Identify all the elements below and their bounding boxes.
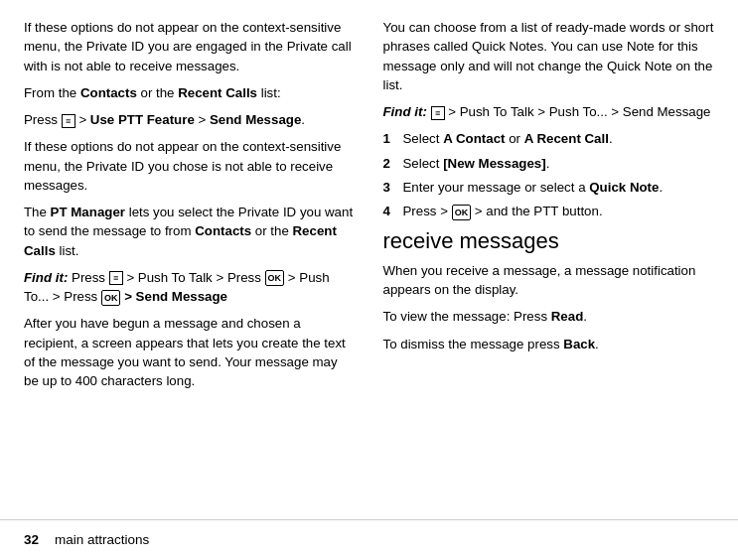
ok-icon-3: OK [452,205,472,220]
left-para6: After you have begun a message and chose… [24,314,356,390]
list-content-1: Select A Contact or A Recent Call. [403,129,715,148]
left-findit-push: > Push To Talk > Press [123,270,265,285]
right-view-bold: Read [551,309,584,324]
section-title: main attractions [55,530,149,550]
list-content-2: Select [New Messages]. [403,154,715,173]
left-para5-or: or the [251,223,292,238]
left-para3-use: > Use PTT Feature > Send Message. [75,112,305,127]
left-para5: The PT Manager lets you select the Priva… [24,203,356,260]
page-number: 32 [24,530,39,550]
list-num-2: 2 [383,154,403,173]
right-findit: Find it: ≡ > Push To Talk > Push To... >… [383,102,715,121]
left-para3: Press ≡ > Use PTT Feature > Send Message… [24,110,356,129]
left-findit-send: > Send Message [120,289,227,304]
list-2-bold1: [New Messages] [443,156,545,171]
menu-icon-2: ≡ [109,271,123,285]
page-container: If these options do not appear on the co… [0,0,738,560]
right-dismiss-suffix: . [595,337,599,351]
right-column: You can choose from a list of ready-made… [383,18,715,509]
menu-icon-3: ≡ [431,106,445,120]
left-para2-from: From the [24,85,80,100]
menu-icon-1: ≡ [62,114,75,128]
left-para2: From the Contacts or the Recent Calls li… [24,83,356,102]
list-1-bold2: A Recent Call [524,131,609,146]
right-dismiss-bold: Back [563,337,595,351]
left-para5-ptmgr: PT Manager [51,205,125,219]
left-column: If these options do not appear on the co… [24,18,356,509]
right-intro: You can choose from a list of ready-made… [383,18,715,94]
left-para1: If these options do not appear on the co… [24,18,356,75]
ok-icon-2: OK [101,290,121,306]
left-findit-press: Press [68,270,108,285]
right-dismiss-para: To dismiss the message press Back. [383,335,715,353]
list-num-1: 1 [383,129,403,148]
left-para2-contacts: Contacts [80,85,137,100]
list-3-bold1: Quick Note [589,180,659,195]
content-area: If these options do not appear on the co… [0,18,738,509]
right-dismiss-prefix: To dismiss the message press [383,337,564,351]
left-para4: If these options do not appear on the co… [24,137,356,195]
list-content-4: Press > OK > and the PTT button. [403,202,715,220]
receive-messages-heading: receive messages [383,228,715,254]
list-item-4: 4 Press > OK > and the PTT button. [383,202,715,220]
left-para5-end: list. [56,243,79,258]
right-receive-para1: When you receive a message, a message no… [383,261,715,300]
right-findit-text: > Push To Talk > Push To... > Send Messa… [445,104,711,119]
right-findit-icon-wrap: ≡ [427,104,445,119]
list-num-4: 4 [383,202,403,220]
ok-icon-1: OK [265,270,285,286]
list-item-3: 3 Enter your message or select a Quick N… [383,178,715,197]
list-content-3: Enter your message or select a Quick Not… [403,178,715,197]
list-1-bold1: A Contact [443,131,505,146]
left-findit: Find it: Press ≡ > Push To Talk > Press … [24,268,356,307]
left-para2-or: or the [137,85,178,100]
footer: 32 main attractions [0,519,738,560]
list-num-3: 3 [383,178,403,197]
left-para5-contacts: Contacts [195,223,251,238]
left-findit-label: Find it: [24,270,68,285]
right-findit-label: Find it: [383,104,427,119]
left-para5-the: The [24,205,51,219]
right-view-suffix: . [583,309,587,324]
list-item-1: 1 Select A Contact or A Recent Call. [383,129,715,148]
list-item-2: 2 Select [New Messages]. [383,154,715,173]
left-para3-press: Press [24,112,62,127]
left-para2-recent: Recent Calls [178,85,257,100]
numbered-list: 1 Select A Contact or A Recent Call. 2 S… [383,129,715,220]
right-view-prefix: To view the message: Press [383,309,551,324]
right-view-para: To view the message: Press Read. [383,307,715,326]
left-para2-list: list: [257,85,281,100]
